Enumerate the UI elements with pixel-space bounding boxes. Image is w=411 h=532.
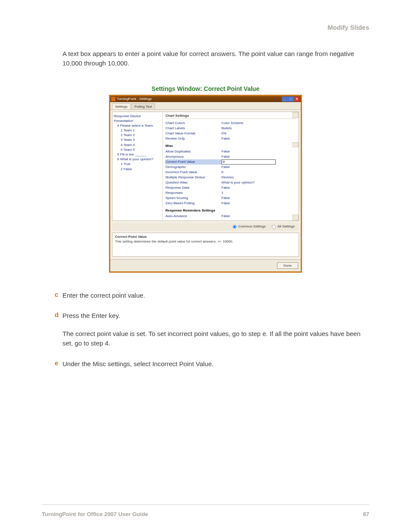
zero-based-polling-value[interactable]: False — [221, 201, 230, 206]
step-d-follow: The correct point value is set. To set i… — [62, 329, 369, 348]
allow-duplicates-value[interactable]: False — [221, 149, 230, 154]
step-d: d Press the Enter key. The correct point… — [42, 311, 369, 348]
response-reminders-header: Response Reminders Settings — [165, 208, 296, 212]
intro-paragraph: A text box appears to enter a point valu… — [62, 49, 369, 68]
speed-scoring-label[interactable]: Speed Scoring — [165, 196, 221, 201]
step-e-marker: e — [42, 359, 62, 369]
response-data-value[interactable]: False — [221, 185, 230, 190]
window-titlebar: TurningPoint - Settings _ □ X — [110, 96, 301, 102]
misc-header: Misc — [165, 144, 296, 148]
speed-scoring-value[interactable]: False — [221, 196, 230, 201]
button-row: Done — [110, 259, 301, 271]
question-alias-value[interactable]: What is your opinion? — [221, 180, 255, 185]
nav-tree[interactable]: Response Device Presentation 4 Please se… — [112, 112, 163, 221]
tree-true[interactable]: 1 True — [114, 162, 161, 166]
tree-q4[interactable]: 4 Please select a Team. — [114, 123, 161, 128]
correct-point-value-input[interactable] — [221, 159, 276, 165]
responses-label[interactable]: Responses — [165, 190, 221, 196]
tree-team2[interactable]: 2 Team 2 — [114, 133, 161, 137]
anonymous-value[interactable]: False — [221, 154, 230, 159]
section-header: Modify Slides — [42, 24, 369, 31]
tree-q6[interactable]: 6 What is your opinion? — [114, 157, 161, 162]
common-settings-radio[interactable]: Common Settings — [232, 224, 266, 228]
tab-strip: Settings Polling Test — [110, 102, 301, 110]
tree-team1[interactable]: 1 Team 1 — [114, 128, 161, 133]
all-settings-radio[interactable]: All Settings — [271, 224, 295, 228]
settings-window: TurningPoint - Settings _ □ X Settings P… — [109, 95, 302, 273]
step-e-text: Under the Misc settings, select Incorrec… — [62, 359, 369, 369]
tree-team3[interactable]: 3 Team 3 — [114, 137, 161, 142]
step-d-text: Press the Enter key. — [62, 311, 369, 320]
allow-duplicates-label[interactable]: Allow Duplicates — [165, 149, 221, 154]
scroll-thumb[interactable] — [293, 142, 299, 147]
responses-value[interactable]: 1 — [221, 190, 223, 196]
response-data-label[interactable]: Response Data — [165, 185, 221, 190]
chart-value-format-value[interactable]: 0% — [221, 131, 227, 136]
tree-q5[interactable]: 5 Fill in the ______ — [114, 152, 161, 157]
zero-based-polling-label[interactable]: Zero Based Polling — [165, 201, 221, 206]
tab-settings[interactable]: Settings — [112, 103, 131, 109]
auto-advance-label[interactable]: Auto-Advance — [165, 214, 221, 219]
maximize-button[interactable]: □ — [288, 96, 294, 102]
minimize-button[interactable]: _ — [282, 96, 288, 102]
step-c-marker: c — [42, 291, 62, 300]
panel-area: Response Device Presentation 4 Please se… — [112, 112, 299, 221]
chart-labels-label[interactable]: Chart Labels — [165, 126, 221, 131]
settings-panel: Chart Settings Chart ColorsColor Scheme … — [163, 112, 299, 221]
tree-presentation[interactable]: Presentation — [114, 118, 161, 123]
incorrect-point-value-label[interactable]: Incorrect Point Value — [165, 170, 221, 175]
description-title: Correct Point Value — [115, 235, 296, 239]
tree-team5[interactable]: 5 Team 5 — [114, 147, 161, 152]
done-button[interactable]: Done — [277, 262, 298, 269]
correct-point-value-row[interactable]: Correct Point Value — [165, 159, 296, 165]
footer-page-number: 87 — [363, 511, 369, 517]
app-icon — [111, 97, 115, 101]
window-title: TurningPoint - Settings — [117, 97, 282, 101]
tab-polling-test[interactable]: Polling Test — [131, 103, 155, 109]
review-only-label[interactable]: Review Only — [165, 136, 221, 141]
step-c: c Enter the correct point value. — [42, 291, 369, 300]
step-e: e Under the Misc settings, select Incorr… — [42, 359, 369, 369]
close-button[interactable]: X — [294, 96, 300, 102]
chart-colors-label[interactable]: Chart Colors — [165, 121, 221, 126]
scroll-down-icon[interactable] — [293, 215, 299, 221]
step-d-marker: d — [42, 311, 62, 348]
chart-colors-value[interactable]: Color Scheme — [221, 121, 243, 126]
multiple-response-divisor-value[interactable]: Devices — [221, 175, 234, 180]
incorrect-point-value-value[interactable]: 0 — [221, 170, 223, 175]
description-text: This setting determines the default poin… — [115, 240, 296, 243]
tree-false[interactable]: 2 False — [114, 167, 161, 171]
description-box: Correct Point Value This setting determi… — [112, 233, 299, 257]
auto-advance-value[interactable]: False — [221, 214, 230, 219]
demographic-label[interactable]: Demographic — [165, 165, 221, 170]
screenshot-container: TurningPoint - Settings _ □ X Settings P… — [42, 95, 369, 273]
chart-value-format-label[interactable]: Chart Value Format — [165, 131, 221, 136]
settings-scope-row: Common Settings All Settings — [112, 223, 299, 231]
demographic-value[interactable]: False — [221, 165, 230, 170]
multiple-response-divisor-label[interactable]: Multiple Response Divisor — [165, 175, 221, 180]
anonymous-label[interactable]: Anonymous — [165, 154, 221, 159]
footer-title: TurningPoint for Office 2007 User Guide — [42, 511, 148, 517]
chart-settings-header: Chart Settings — [165, 114, 296, 119]
step-c-text: Enter the correct point value. — [62, 291, 369, 300]
steps-list: c Enter the correct point value. d Press… — [42, 291, 369, 380]
review-only-value[interactable]: False — [221, 136, 230, 141]
question-alias-label[interactable]: Question Alias — [165, 180, 221, 185]
tree-team4[interactable]: 4 Team 4 — [114, 143, 161, 147]
page-footer: TurningPoint for Office 2007 User Guide … — [42, 504, 369, 517]
scroll-up-icon[interactable] — [293, 112, 299, 118]
correct-point-value-label[interactable]: Correct Point Value — [165, 159, 221, 165]
figure-caption: Settings Window: Correct Point Value — [42, 85, 369, 92]
tree-response-device[interactable]: Response Device — [114, 114, 161, 118]
chart-labels-value[interactable]: Bullets — [221, 126, 232, 131]
